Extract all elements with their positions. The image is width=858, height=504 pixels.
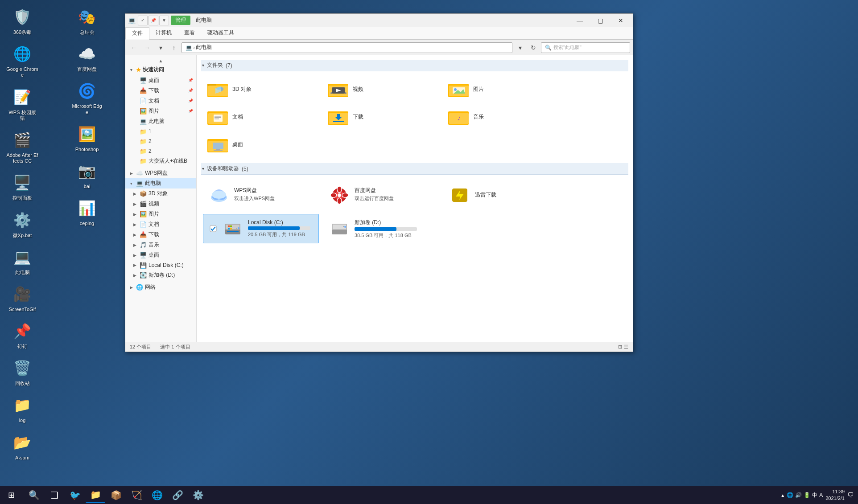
desktop-icon-ceping[interactable]: 📊 ceping xyxy=(69,196,105,228)
tool-btn-3[interactable]: ▼ xyxy=(159,16,169,25)
tray-ime[interactable]: 中 xyxy=(812,492,817,499)
folder-item-3d[interactable]: 3D 对象 xyxy=(203,78,319,101)
tool-btn-2[interactable]: 📌 xyxy=(148,16,158,25)
tool-btn-1[interactable]: ✓ xyxy=(138,16,148,25)
sidebar-thispc[interactable]: ▾ 💻 此电脑 xyxy=(125,178,196,188)
sidebar-item-folder1[interactable]: 📁 1 xyxy=(129,127,196,136)
search-box[interactable]: 🔍 搜索"此电脑" xyxy=(541,42,630,53)
start-button[interactable]: ⊞ xyxy=(0,486,22,504)
desktop-icon-edge[interactable]: 🌀 Microsoft Edge xyxy=(69,78,105,117)
taskbar-store[interactable]: 📦 xyxy=(106,487,126,503)
sidebar-music[interactable]: ▶ 🎵 音乐 xyxy=(129,240,196,250)
manage-tab[interactable]: 管理 xyxy=(171,16,190,25)
refresh-button[interactable]: ↻ xyxy=(528,42,539,53)
sidebar-item-pics-quick[interactable]: 🖼️ 图片 📌 xyxy=(129,106,196,116)
sidebar-pics[interactable]: ▶ 🖼️ 图片 xyxy=(129,209,196,219)
drive-item-new-d[interactable]: 新加卷 (D:) 38.5 GB 可用，共 118 GB xyxy=(323,214,439,243)
sidebar-item-folder2b[interactable]: 📁 2 xyxy=(129,146,196,156)
taskbar-explorer[interactable]: 📁 xyxy=(86,487,105,503)
taskbar-search[interactable]: 🔍 xyxy=(24,487,44,503)
ribbon-tab-driver-tools[interactable]: 驱动器工具 xyxy=(201,27,240,39)
desktop-icon-cpanel[interactable]: 🖥️ 控制面板 xyxy=(4,170,40,203)
drive-item-thunder[interactable]: 迅雷下载 xyxy=(444,181,560,209)
address-path[interactable]: 💻 › 此电脑 xyxy=(182,42,512,53)
folder-item-desktop[interactable]: 桌面 xyxy=(203,133,319,156)
folder-item-music[interactable]: ♪ 音乐 xyxy=(444,105,560,128)
desktop-icon-asam[interactable]: 📂 A-sam xyxy=(4,430,40,463)
taskbar-clock[interactable]: 11:39 2021/2/1 xyxy=(825,488,845,502)
sidebar-3dobj[interactable]: ▶ 📦 3D 对象 xyxy=(129,188,196,199)
drive-item-baidu[interactable]: 百度网盘 双击运行百度网盘 xyxy=(323,181,439,209)
desktop-icon-log[interactable]: 📁 log xyxy=(4,393,40,425)
sidebar-quick-access-header[interactable]: ▾ ★ 快速访问 xyxy=(125,64,196,75)
tray-expand-icon[interactable]: ▲ xyxy=(780,493,785,498)
sidebar-item-folder2[interactable]: 📁 2 xyxy=(129,136,196,146)
folder-item-picture[interactable]: 图片 xyxy=(444,78,560,101)
sidebar-new-d[interactable]: ▶ 💽 新加卷 (D:) xyxy=(129,270,196,280)
tray-network-icon[interactable]: 🌐 xyxy=(787,492,793,498)
folder-3d-icon xyxy=(207,80,229,98)
desktop-icon-screentogif[interactable]: 🎥 ScreenToGif xyxy=(4,282,40,314)
desktop-icon-photoshop[interactable]: 🖼️ Photoshop xyxy=(69,122,105,154)
desktop-icon-nail[interactable]: 📌 钉钉 xyxy=(4,319,40,351)
close-button[interactable]: ✕ xyxy=(610,14,631,27)
taskbar-feishu[interactable]: 🐦 xyxy=(65,487,85,503)
sidebar-scroll-up[interactable]: ▲ xyxy=(125,57,196,64)
sidebar-downloads[interactable]: ▶ 📥 下载 xyxy=(129,229,196,240)
sidebar-docs[interactable]: ▶ 📄 文档 xyxy=(129,219,196,229)
desktop-icon-thispc[interactable]: 💻 此电脑 xyxy=(4,245,40,277)
folder-item-video[interactable]: 视频 xyxy=(323,78,439,101)
desktop-icon-360杀毒[interactable]: 🛡️ 360杀毒 xyxy=(4,4,40,37)
folder-desktop-icon xyxy=(207,135,229,153)
sidebar-desktop[interactable]: ▶ 🖥️ 桌面 xyxy=(129,250,196,260)
folder-item-document[interactable]: 文档 xyxy=(203,105,319,128)
tray-ime2[interactable]: A xyxy=(819,492,823,498)
nav-up-button[interactable]: ↑ xyxy=(168,42,180,53)
tray-volume-icon[interactable]: 🔊 xyxy=(795,492,802,498)
notification-icon[interactable]: 🗨 xyxy=(847,492,854,499)
nav-recent-button[interactable]: ▾ xyxy=(155,42,166,53)
desktop-icon-ae[interactable]: 🎬 Adobe After Effects CC xyxy=(4,127,40,166)
taskbar-task-view[interactable]: ❑ xyxy=(45,487,64,503)
nav-forward-button[interactable]: → xyxy=(141,42,153,53)
desktop-icon-baidupan[interactable]: ☁️ 百度网盘 xyxy=(69,41,105,74)
sidebar-item-downloads-quick[interactable]: 📥 下载 📌 xyxy=(129,86,196,96)
folders-section-header[interactable]: ▾ 文件夹 (7) xyxy=(201,60,628,71)
taskbar-settings[interactable]: ⚙️ xyxy=(188,487,208,503)
list-view-icon[interactable]: ⊞ xyxy=(618,344,622,350)
sidebar-local-c[interactable]: ▶ 💾 Local Disk (C:) xyxy=(129,260,196,270)
minimize-button[interactable]: — xyxy=(569,14,590,27)
desktop-label: 桌面 xyxy=(148,251,194,259)
desktop-icon-zonghui[interactable]: 🎭 总结会 xyxy=(69,4,105,37)
sidebar-item-dabian[interactable]: 📁 大变活人+在线B xyxy=(129,156,196,166)
desktop-icon-wps[interactable]: 📝 WPS 校园版 猎 xyxy=(4,85,40,123)
desktop-icon-micropat[interactable]: ⚙️ 微Xp.bat xyxy=(4,208,40,240)
dropdown-button[interactable]: ▾ xyxy=(514,42,526,53)
ribbon-tab-file[interactable]: 文件 xyxy=(125,27,149,40)
desktop-icon-bai[interactable]: 📷 bai xyxy=(69,159,105,191)
sidebar-item-desktop-quick[interactable]: 🖥️ 桌面 📌 xyxy=(129,75,196,86)
ribbon-tab-computer[interactable]: 计算机 xyxy=(149,27,178,39)
taskbar-net[interactable]: 🔗 xyxy=(168,487,187,503)
drive-item-local-c[interactable]: Local Disk (C:) 20.5 GB 可用，共 119 GB xyxy=(203,214,319,243)
sidebar-network[interactable]: ▶ 🌐 网络 xyxy=(125,282,196,292)
sidebar-item-docs-quick[interactable]: 📄 文档 📌 xyxy=(129,96,196,106)
desktop-icon-chrome[interactable]: 🌐 Google Chrome xyxy=(4,41,40,80)
icon-micropat: ⚙️ xyxy=(12,209,33,231)
thispc-children: ▶ 📦 3D 对象 ▶ 🎬 视频 ▶ 🖼️ 图片 ▶ 📄 文档 xyxy=(125,188,196,280)
svg-rect-27 xyxy=(337,114,340,118)
nav-back-button[interactable]: ← xyxy=(128,42,140,53)
taskbar-arrow[interactable]: 🏹 xyxy=(127,487,146,503)
taskbar-chrome[interactable]: 🌐 xyxy=(147,487,167,503)
maximize-button[interactable]: ▢ xyxy=(590,14,610,27)
detail-view-icon[interactable]: ☰ xyxy=(624,344,628,350)
sidebar-video[interactable]: ▶ 🎬 视频 xyxy=(129,199,196,209)
drives-section-header[interactable]: ▾ 设备和驱动器 (5) xyxy=(201,163,628,175)
drive-item-wps-cloud[interactable]: WPS网盘 双击进入WPS网盘 xyxy=(203,181,319,209)
sidebar-item-thispc-quick[interactable]: 💻 此电脑 xyxy=(129,116,196,127)
sidebar-wps-cloud[interactable]: ▶ ☁️ WPS网盘 xyxy=(125,168,196,178)
folder-item-download[interactable]: 下载 xyxy=(323,105,439,128)
tray-battery-icon[interactable]: 🔋 xyxy=(804,492,810,498)
desktop-icon-recycle[interactable]: 🗑️ 回收站 xyxy=(4,356,40,388)
ribbon-tab-view[interactable]: 查看 xyxy=(178,27,201,39)
